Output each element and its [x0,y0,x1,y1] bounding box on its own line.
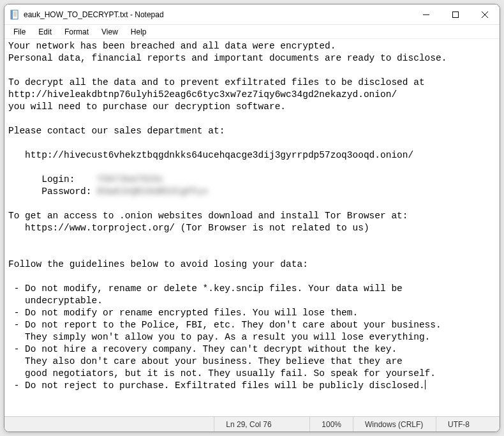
menu-view[interactable]: View [95,26,124,38]
text-line: They simply won't allow you to pay. As a… [8,332,430,342]
login-value-blurred: Y5073km7933c [97,174,163,186]
text-line: Follow the guidelines below to avoid los… [8,259,308,269]
login-label: Login: [8,174,97,184]
text-line: Please contact our sales department at: [8,126,225,136]
password-value-blurred: B3w61kQR16UB52CgFFyx [97,186,208,198]
text-line: - Do not modify, rename or delete *.key.… [8,283,403,294]
menubar: File Edit Format View Help [4,25,500,39]
menu-help[interactable]: Help [124,26,153,38]
close-button[interactable] [470,4,500,24]
status-line-ending: Windows (CRLF) [353,417,436,432]
text-line: http://hivecust6vhekztbqgdnkks64ucehqacg… [8,150,413,160]
menu-edit[interactable]: Edit [32,26,58,38]
text-line: good negotiators, but it is not. They us… [8,368,436,379]
status-zoom[interactable]: 100% [309,417,353,432]
text-line: http://hiveleakdbtnp76ulyhi52eag6c6tyc3x… [8,89,397,100]
menu-file[interactable]: File [7,26,32,38]
text-line: To decrypt all the data and to prevent e… [8,77,425,87]
text-line: - Do not hire a recovery company. They c… [8,344,397,354]
text-line: Your network has been breached and all d… [8,41,336,51]
password-label: Password: [8,186,97,197]
svg-rect-1 [11,10,13,19]
text-line: undecryptable. [8,296,103,306]
minimize-button[interactable] [411,4,441,24]
text-editor[interactable]: Your network has been breached and all d… [4,39,500,416]
titlebar[interactable]: eauk_HOW_TO_DECRYPT.txt - Notepad [4,4,500,25]
menu-format[interactable]: Format [58,26,95,38]
text-line: - Do not report to the Police, FBI, etc.… [8,320,441,330]
text-line: To get an access to .onion websites down… [8,211,408,221]
status-encoding: UTF-8 [436,417,500,432]
text-caret [425,380,426,391]
text-line: - Do not reject to purchase. Exfiltrated… [8,380,425,391]
notepad-icon [10,10,20,20]
maximize-button[interactable] [441,4,470,24]
svg-rect-7 [453,11,459,17]
text-line: Personal data, financial reports and imp… [8,53,447,63]
statusbar: Ln 29, Col 76 100% Windows (CRLF) UTF-8 [4,416,500,432]
text-line: https://www.torproject.org/ (Tor Browser… [8,223,369,233]
window-title: eauk_HOW_TO_DECRYPT.txt - Notepad [24,10,411,19]
text-line: - Do not modify or rename encrypted file… [8,308,358,318]
text-line: They also don't care about your business… [8,356,403,366]
status-position: Ln 29, Col 76 [214,417,309,432]
notepad-window: eauk_HOW_TO_DECRYPT.txt - Notepad File E… [4,4,500,432]
text-line: you will need to purchase our decryption… [8,101,286,112]
window-controls [411,4,500,24]
